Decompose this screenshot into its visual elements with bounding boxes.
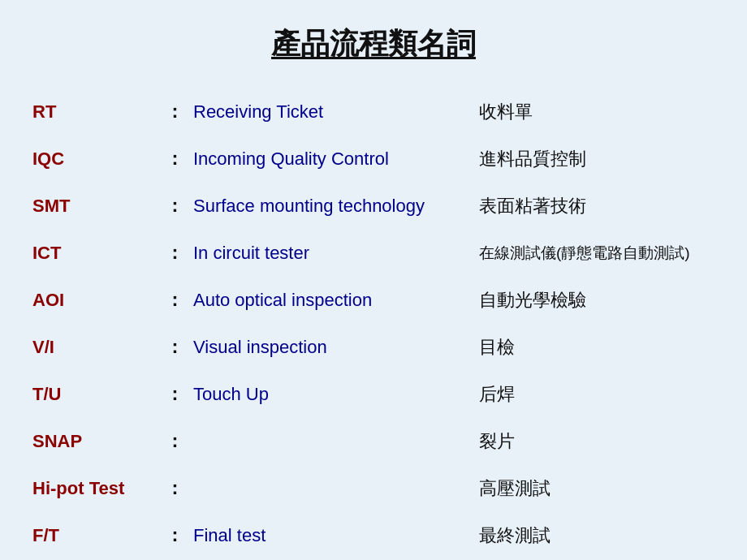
table-row: ICT ： In circuit tester 在線測試儀(靜態電路自動測試) (32, 230, 715, 277)
ict-extra: 在線測試儀(靜態電路自動測試) (463, 230, 715, 277)
colon-cell: ： (162, 183, 187, 230)
english-cell: Surface mounting technology (187, 183, 463, 230)
table-row: IQC ： Incoming Quality Control 進料品質控制 (32, 136, 715, 183)
table-row: AOI ： Auto optical inspection 自動光學檢驗 (32, 277, 715, 324)
colon-cell: ： (162, 418, 187, 465)
abbr-cell: Hi-pot Test (32, 465, 162, 512)
abbr-cell: AOI (32, 277, 162, 324)
abbr-cell: IQC (32, 136, 162, 183)
abbr-cell: F/T (32, 512, 162, 559)
colon-cell: ： (162, 230, 187, 277)
abbr-cell: RT (32, 88, 162, 136)
english-cell (187, 418, 463, 465)
english-cell: Receiving Ticket (187, 88, 463, 136)
colon-cell: ： (162, 324, 187, 371)
abbr-cell: SNAP (32, 418, 162, 465)
chinese-cell: 目檢 (463, 324, 715, 371)
abbr-cell: ICT (32, 230, 162, 277)
chinese-cell: 最終測試 (463, 512, 715, 559)
chinese-cell: 自動光學檢驗 (463, 277, 715, 324)
english-cell (187, 465, 463, 512)
table-row: V/I ： Visual inspection 目檢 (32, 324, 715, 371)
english-cell: In circuit tester (187, 230, 463, 277)
chinese-cell: 進料品質控制 (463, 136, 715, 183)
english-cell: Visual inspection (187, 324, 463, 371)
chinese-cell: 裂片 (463, 418, 715, 465)
colon-cell: ： (162, 371, 187, 418)
english-cell: Final test (187, 512, 463, 559)
page-title: 產品流程類名詞 (271, 24, 476, 64)
abbr-cell: SMT (32, 183, 162, 230)
colon-cell: ： (162, 512, 187, 559)
table-row: SNAP ： 裂片 (32, 418, 715, 465)
english-cell: Touch Up (187, 371, 463, 418)
abbr-cell: T/U (32, 371, 162, 418)
colon-cell: ： (162, 465, 187, 512)
terms-table: RT ： Receiving Ticket 收料單 IQC ： Incoming… (32, 88, 715, 559)
table-row: Hi-pot Test ： 高壓測試 (32, 465, 715, 512)
chinese-cell: 收料單 (463, 88, 715, 136)
english-cell: Auto optical inspection (187, 277, 463, 324)
colon-cell: ： (162, 277, 187, 324)
table-row: F/T ： Final test 最終測試 (32, 512, 715, 559)
table-row: RT ： Receiving Ticket 收料單 (32, 88, 715, 136)
colon-cell: ： (162, 136, 187, 183)
chinese-cell: 高壓測試 (463, 465, 715, 512)
table-row: T/U ： Touch Up 后焊 (32, 371, 715, 418)
table-row: SMT ： Surface mounting technology 表面粘著技術 (32, 183, 715, 230)
chinese-cell: 表面粘著技術 (463, 183, 715, 230)
english-cell: Incoming Quality Control (187, 136, 463, 183)
colon-cell: ： (162, 88, 187, 136)
abbr-cell: V/I (32, 324, 162, 371)
chinese-cell: 后焊 (463, 371, 715, 418)
